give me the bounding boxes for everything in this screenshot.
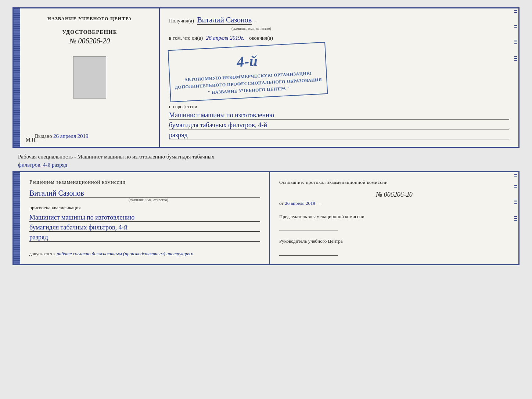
- qualification-line1: Машинист машины по изготовлению: [29, 214, 260, 222]
- middle-text-line2: фильтров, 4-й разряд: [18, 162, 67, 168]
- cert-right-panel: Получил(а) Виталий Сазонов – (фамилия, и…: [160, 8, 518, 147]
- stamp-block: 4-й АВТОНОМНУЮ НЕКОММЕРЧЕСКУЮ ОРГАНИЗАЦИ…: [168, 42, 328, 102]
- poluchil-line: Получил(а) Виталий Сазонов –: [169, 16, 509, 25]
- spine-bottom-left: [14, 172, 20, 264]
- cert-bottom-left: Решением экзаменационной комиссии Витали…: [20, 172, 270, 264]
- bottom-certificate: Решением экзаменационной комиссии Витали…: [12, 171, 520, 265]
- top-certificate: НАЗВАНИЕ УЧЕБНОГО ЦЕНТРА УДОСТОВЕРЕНИЕ №…: [12, 7, 520, 148]
- rukovoditel-label: Руководитель учебного Центра: [279, 238, 509, 244]
- osnovanie-title: Основание: протокол экзаменационной коми…: [279, 179, 509, 185]
- bottom-name-block: Виталий Сазонов (фамилия, имя, отчество): [29, 189, 260, 202]
- right-decorative: [513, 8, 518, 147]
- profession-line2: бумагидля табачных фильтров, 4-й: [169, 121, 509, 129]
- fio-label-top: (фамилия, имя, отчество): [169, 26, 509, 31]
- profession-line3: разряд: [169, 131, 509, 139]
- mp-label: М.П.: [26, 137, 37, 143]
- recipient-name: Виталий Сазонов: [197, 16, 252, 25]
- middle-text: Рабочая специальность - Машинист машины …: [12, 151, 520, 171]
- right-deco-bottom: [513, 172, 518, 264]
- rukovoditel-signature-line: [279, 255, 338, 256]
- dopuskaetsya-text: работе согласно должностным (производств…: [57, 251, 193, 256]
- cert-bottom-right: Основание: протокол экзаменационной коми…: [270, 172, 518, 264]
- middle-text-line1: Рабочая специальность - Машинист машины …: [18, 154, 214, 160]
- vtom-line: в том, что он(а) 26 апреля 2019г. окончи…: [169, 35, 509, 41]
- po-professii-label: по профессии: [169, 104, 509, 110]
- qualification-line3: разряд: [29, 234, 260, 242]
- bottom-fio-label: (фамилия, имя, отчество): [29, 198, 260, 202]
- bottom-name: Виталий Сазонов: [29, 189, 260, 198]
- udostoverenie-block: УДОСТОВЕРЕНИЕ № 006206-20: [62, 29, 117, 45]
- school-name-label: НАЗВАНИЕ УЧЕБНОГО ЦЕНТРА: [47, 16, 132, 22]
- date-handwritten: 26 апреля 2019г.: [206, 35, 244, 41]
- prisvoena-label: присвоена квалификация: [29, 205, 260, 211]
- spine-left: [14, 8, 20, 147]
- cert-left-panel: НАЗВАНИЕ УЧЕБНОГО ЦЕНТРА УДОСТОВЕРЕНИЕ №…: [20, 8, 160, 147]
- qualification-line2: бумагидля табачных фильтров, 4-й: [29, 224, 260, 232]
- protocol-number: № 006206-20: [279, 191, 509, 199]
- dopuskaetsya-block: допускается к работе согласно должностны…: [29, 251, 260, 257]
- predsedatel-signature-line: [279, 231, 338, 231]
- profession-line1: Машинист машины по изготовлению: [169, 111, 509, 120]
- predsedatel-block: Председатель экзаменационной комиссии: [279, 214, 509, 231]
- komissia-title: Решением экзаменационной комиссии: [29, 179, 260, 185]
- udostoverenie-title: УДОСТОВЕРЕНИЕ: [62, 29, 117, 35]
- udostoverenie-number: № 006206-20: [62, 37, 117, 45]
- rukovoditel-block: Руководитель учебного Центра: [279, 238, 509, 256]
- protocol-date: от 26 апреля 2019 –: [279, 200, 509, 206]
- photo-placeholder: [73, 56, 106, 99]
- vydano-line: Выдано 26 апреля 2019: [31, 133, 89, 139]
- predsedatel-label: Председатель экзаменационной комиссии: [279, 214, 509, 220]
